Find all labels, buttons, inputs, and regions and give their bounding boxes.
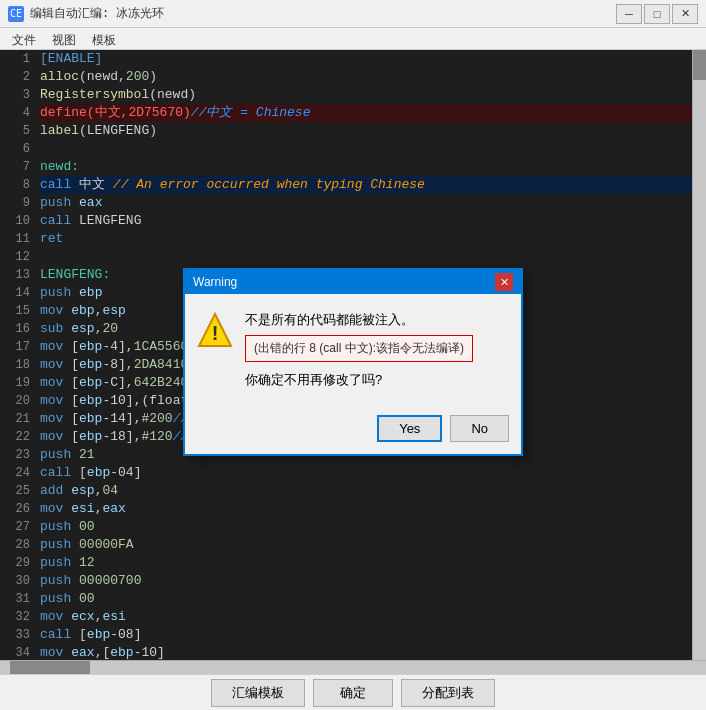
ln-26: 26 bbox=[0, 500, 30, 518]
line-numbers: 1 2 3 4 5 6 7 8 9 10 11 12 13 14 15 16 1 bbox=[0, 50, 36, 660]
code-line-32: mov ecx,esi bbox=[40, 608, 692, 626]
ln-22: 22 bbox=[0, 428, 30, 446]
confirm-button[interactable]: 确定 bbox=[313, 679, 393, 707]
dialog-close-button[interactable]: ✕ bbox=[495, 273, 513, 291]
code-line-9: push eax bbox=[40, 194, 692, 212]
ln-23: 23 bbox=[0, 446, 30, 464]
ln-2: 2 bbox=[0, 68, 30, 86]
code-line-7: newd: bbox=[40, 158, 692, 176]
app-icon: CE bbox=[8, 6, 24, 22]
main-area: 1 2 3 4 5 6 7 8 9 10 11 12 13 14 15 16 1 bbox=[0, 50, 706, 674]
ln-27: 27 bbox=[0, 518, 30, 536]
bottom-toolbar: 汇编模板 确定 分配到表 bbox=[0, 674, 706, 710]
maximize-button[interactable]: □ bbox=[644, 4, 670, 24]
code-line-27: push 00 bbox=[40, 518, 692, 536]
ln-11: 11 bbox=[0, 230, 30, 248]
menu-bar: 文件 视图 模板 bbox=[0, 28, 706, 50]
code-line-6 bbox=[40, 140, 692, 158]
ln-6: 6 bbox=[0, 140, 30, 158]
ln-8: 8 bbox=[0, 176, 30, 194]
ln-31: 31 bbox=[0, 590, 30, 608]
code-line-24: call [ebp-04] bbox=[40, 464, 692, 482]
minimize-button[interactable]: ─ bbox=[616, 4, 642, 24]
dialog-body: ! 不是所有的代码都能被注入。 (出错的行 8 (call 中文):该指令无法编… bbox=[185, 294, 521, 407]
dialog-title-bar: Warning ✕ bbox=[185, 270, 521, 294]
ln-10: 10 bbox=[0, 212, 30, 230]
horizontal-scrollbar[interactable] bbox=[0, 660, 706, 674]
ln-13: 13 bbox=[0, 266, 30, 284]
ln-7: 7 bbox=[0, 158, 30, 176]
code-line-8: call 中文 // An error occurred when typing… bbox=[40, 176, 692, 194]
ln-15: 15 bbox=[0, 302, 30, 320]
dialog-buttons: Yes No bbox=[185, 407, 521, 454]
assemble-template-button[interactable]: 汇编模板 bbox=[211, 679, 305, 707]
title-bar-controls: ─ □ ✕ bbox=[616, 4, 698, 24]
ln-12: 12 bbox=[0, 248, 30, 266]
ln-30: 30 bbox=[0, 572, 30, 590]
ln-3: 3 bbox=[0, 86, 30, 104]
warning-dialog: Warning ✕ ! 不是所有的代码都能被注入。 (出错的行 8 (call … bbox=[183, 268, 523, 456]
ln-1: 1 bbox=[0, 50, 30, 68]
dialog-error-box: (出错的行 8 (call 中文):该指令无法编译) bbox=[245, 335, 473, 362]
menu-view[interactable]: 视图 bbox=[44, 30, 84, 47]
code-line-34: mov eax,[ebp-10] bbox=[40, 644, 692, 660]
ln-20: 20 bbox=[0, 392, 30, 410]
code-line-30: push 00000700 bbox=[40, 572, 692, 590]
code-line-4: define(中文,2D75670)//中文 = Chinese bbox=[40, 104, 692, 122]
dialog-message-line1: 不是所有的代码都能被注入。 bbox=[245, 310, 473, 331]
code-line-1: [ENABLE] bbox=[40, 50, 692, 68]
ln-14: 14 bbox=[0, 284, 30, 302]
close-button[interactable]: ✕ bbox=[672, 4, 698, 24]
dialog-yes-button[interactable]: Yes bbox=[377, 415, 442, 442]
ln-4: 4 bbox=[0, 104, 30, 122]
dialog-message-line2: 你确定不用再修改了吗? bbox=[245, 370, 473, 391]
ln-34: 34 bbox=[0, 644, 30, 660]
title-bar-left: CE 编辑自动汇编: 冰冻光环 bbox=[8, 5, 164, 22]
code-line-10: call LENGFENG bbox=[40, 212, 692, 230]
ln-5: 5 bbox=[0, 122, 30, 140]
ln-29: 29 bbox=[0, 554, 30, 572]
ln-19: 19 bbox=[0, 374, 30, 392]
code-line-2: alloc(newd,200) bbox=[40, 68, 692, 86]
dialog-title: Warning bbox=[193, 275, 237, 289]
dialog-message-content: 不是所有的代码都能被注入。 (出错的行 8 (call 中文):该指令无法编译)… bbox=[245, 310, 473, 391]
dialog-error-detail: (出错的行 8 (call 中文):该指令无法编译) bbox=[254, 340, 464, 357]
title-bar: CE 编辑自动汇编: 冰冻光环 ─ □ ✕ bbox=[0, 0, 706, 28]
ln-17: 17 bbox=[0, 338, 30, 356]
vertical-scrollbar[interactable] bbox=[692, 50, 706, 660]
code-line-25: add esp,04 bbox=[40, 482, 692, 500]
code-line-28: push 00000FA bbox=[40, 536, 692, 554]
hscroll-thumb[interactable] bbox=[10, 661, 90, 674]
ln-25: 25 bbox=[0, 482, 30, 500]
code-line-12 bbox=[40, 248, 692, 266]
code-line-5: label(LENGFENG) bbox=[40, 122, 692, 140]
ln-28: 28 bbox=[0, 536, 30, 554]
ln-33: 33 bbox=[0, 626, 30, 644]
code-line-26: mov esi,eax bbox=[40, 500, 692, 518]
dialog-no-button[interactable]: No bbox=[450, 415, 509, 442]
ln-32: 32 bbox=[0, 608, 30, 626]
code-line-33: call [ebp-08] bbox=[40, 626, 692, 644]
ln-21: 21 bbox=[0, 410, 30, 428]
warning-icon: ! bbox=[197, 310, 233, 351]
ln-18: 18 bbox=[0, 356, 30, 374]
svg-text:!: ! bbox=[212, 322, 219, 344]
ln-16: 16 bbox=[0, 320, 30, 338]
scrollbar-thumb[interactable] bbox=[693, 50, 706, 80]
ln-24: 24 bbox=[0, 464, 30, 482]
code-line-29: push 12 bbox=[40, 554, 692, 572]
menu-template[interactable]: 模板 bbox=[84, 30, 124, 47]
code-line-3: Registersymbol(newd) bbox=[40, 86, 692, 104]
window-title: 编辑自动汇编: 冰冻光环 bbox=[30, 5, 164, 22]
assign-to-table-button[interactable]: 分配到表 bbox=[401, 679, 495, 707]
code-line-31: push 00 bbox=[40, 590, 692, 608]
code-line-11: ret bbox=[40, 230, 692, 248]
ln-9: 9 bbox=[0, 194, 30, 212]
menu-file[interactable]: 文件 bbox=[4, 30, 44, 47]
